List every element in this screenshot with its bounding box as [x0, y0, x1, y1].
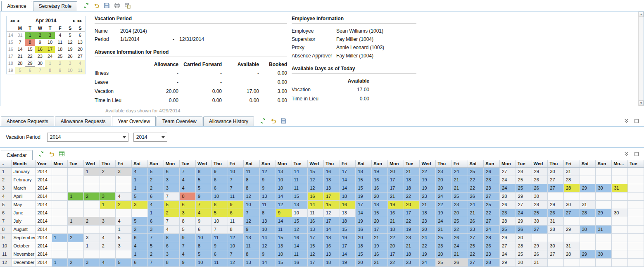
- grid-day-cell[interactable]: 11: [228, 217, 244, 225]
- grid-day-cell[interactable]: 31: [564, 242, 580, 250]
- grid-day-cell[interactable]: 14: [323, 225, 340, 233]
- grid-header-day[interactable]: Thu: [323, 160, 340, 167]
- grid-day-cell[interactable]: 14: [260, 258, 276, 266]
- mini-day-cell[interactable]: 27: [75, 53, 85, 60]
- grid-day-cell[interactable]: 27: [484, 217, 500, 225]
- grid-year-cell[interactable]: 2014: [35, 184, 52, 192]
- grid-day-cell[interactable]: 16: [308, 217, 324, 225]
- grid-day-cell[interactable]: 29: [548, 200, 564, 209]
- grid-day-cell[interactable]: 1: [100, 200, 116, 209]
- refresh-icon[interactable]: [259, 117, 266, 125]
- tab-allowance-history[interactable]: Allowance History: [203, 116, 254, 126]
- grid-day-cell[interactable]: 5: [132, 217, 148, 225]
- grid-day-cell[interactable]: 11: [276, 225, 292, 233]
- grid-day-cell[interactable]: 17: [387, 176, 404, 184]
- grid-day-cell[interactable]: 22: [468, 184, 484, 192]
- grid-day-cell[interactable]: 13: [244, 233, 260, 242]
- mini-day-cell[interactable]: 6: [25, 67, 35, 74]
- grid-day-cell[interactable]: 26: [468, 217, 484, 225]
- grid-day-cell[interactable]: 9: [211, 242, 228, 250]
- tab-year-overview[interactable]: Year Overview: [112, 116, 156, 126]
- table-icon[interactable]: [58, 150, 66, 158]
- grid-day-cell[interactable]: 16: [308, 192, 324, 200]
- grid-day-cell[interactable]: 26: [452, 258, 468, 266]
- grid-day-cell[interactable]: 18: [323, 233, 340, 242]
- grid-day-cell[interactable]: 2: [147, 176, 164, 184]
- grid-day-cell[interactable]: 23: [420, 217, 436, 225]
- grid-day-cell[interactable]: 24: [500, 250, 516, 258]
- grid-day-cell[interactable]: 8: [211, 200, 228, 209]
- grid-day-cell[interactable]: 30: [516, 258, 532, 266]
- grid-day-cell[interactable]: 23: [404, 258, 420, 266]
- mini-day-cell[interactable]: 11: [75, 67, 85, 74]
- grid-day-cell[interactable]: 30: [532, 217, 548, 225]
- grid-day-cell[interactable]: 26: [516, 225, 532, 233]
- grid-day-cell[interactable]: 13: [340, 209, 356, 217]
- grid-day-cell[interactable]: 12: [244, 217, 260, 225]
- grid-day-cell[interactable]: 22: [387, 233, 404, 242]
- grid-day-cell[interactable]: 25: [468, 167, 484, 176]
- grid-year-cell[interactable]: 2014: [35, 217, 52, 225]
- grid-day-cell[interactable]: 13: [276, 242, 292, 250]
- grid-day-cell[interactable]: 12: [323, 209, 340, 217]
- save-icon[interactable]: [103, 2, 110, 9]
- grid-day-cell[interactable]: 4: [100, 233, 116, 242]
- grid-day-cell[interactable]: 9: [211, 167, 228, 176]
- grid-day-cell[interactable]: 5: [211, 209, 228, 217]
- grid-day-cell[interactable]: 17: [323, 192, 340, 200]
- grid-day-cell[interactable]: 24: [452, 242, 468, 250]
- maximize-icon[interactable]: [633, 150, 640, 158]
- grid-day-cell[interactable]: 4: [132, 167, 148, 176]
- grid-day-cell[interactable]: 20: [452, 209, 468, 217]
- mini-day-cell[interactable]: 1: [45, 60, 55, 67]
- grid-day-cell[interactable]: 2: [116, 200, 132, 209]
- tab-secretary-role[interactable]: Secretary Role: [33, 1, 77, 11]
- grid-day-cell[interactable]: 30: [564, 200, 580, 209]
- grid-day-cell[interactable]: 2: [147, 250, 164, 258]
- grid-month-cell[interactable]: April: [11, 192, 35, 200]
- grid-day-cell[interactable]: 25: [468, 242, 484, 250]
- grid-day-cell[interactable]: 7: [228, 176, 244, 184]
- grid-day-cell[interactable]: 2: [68, 258, 84, 266]
- grid-day-cell[interactable]: 21: [468, 209, 484, 217]
- grid-header-day[interactable]: Mon: [52, 160, 68, 167]
- mini-day-cell[interactable]: 13: [75, 39, 85, 46]
- next-month-icon[interactable]: ▶: [72, 19, 76, 23]
- grid-day-cell[interactable]: 13: [292, 200, 308, 209]
- vertical-scrollbar[interactable]: ▲ ▼: [638, 12, 644, 106]
- grid-row-number[interactable]: 4: [0, 192, 11, 200]
- grid-day-cell[interactable]: 29: [532, 167, 548, 176]
- grid-day-cell[interactable]: 11: [244, 242, 260, 250]
- grid-day-cell[interactable]: 5: [147, 167, 164, 176]
- mini-day-cell[interactable]: 11: [55, 39, 65, 46]
- grid-day-cell[interactable]: 24: [468, 200, 484, 209]
- grid-day-cell[interactable]: 7: [211, 225, 228, 233]
- grid-day-cell[interactable]: 17: [387, 250, 404, 258]
- mini-day-cell[interactable]: 10: [45, 39, 55, 46]
- print-icon[interactable]: [113, 2, 121, 9]
- grid-year-cell[interactable]: 2014: [35, 250, 52, 258]
- grid-day-cell[interactable]: 16: [356, 225, 372, 233]
- grid-day-cell[interactable]: 4: [100, 258, 116, 266]
- undo-icon[interactable]: [48, 150, 55, 158]
- grid-day-cell[interactable]: 25: [436, 258, 452, 266]
- grid-day-cell[interactable]: 22: [468, 250, 484, 258]
- grid-day-cell[interactable]: 14: [308, 200, 324, 209]
- grid-day-cell[interactable]: 26: [532, 250, 548, 258]
- grid-day-cell[interactable]: 22: [420, 167, 436, 176]
- grid-day-cell[interactable]: 11: [292, 250, 308, 258]
- mini-day-cell[interactable]: 10: [65, 67, 75, 74]
- grid-year-cell[interactable]: 2014: [35, 258, 52, 266]
- grid-day-cell[interactable]: 24: [436, 217, 452, 225]
- grid-day-cell[interactable]: 22: [404, 192, 420, 200]
- grid-day-cell[interactable]: 7: [228, 250, 244, 258]
- grid-header-month[interactable]: Month: [11, 160, 35, 167]
- mini-day-cell[interactable]: 5: [65, 32, 75, 39]
- grid-day-cell[interactable]: 18: [323, 258, 340, 266]
- grid-day-cell[interactable]: 30: [596, 184, 612, 192]
- grid-day-cell[interactable]: 12: [260, 167, 276, 176]
- grid-day-cell[interactable]: 14: [340, 250, 356, 258]
- grid-day-cell[interactable]: 9: [260, 176, 276, 184]
- grid-header-day[interactable]: Wed: [83, 160, 100, 167]
- grid-day-cell[interactable]: 23: [436, 242, 452, 250]
